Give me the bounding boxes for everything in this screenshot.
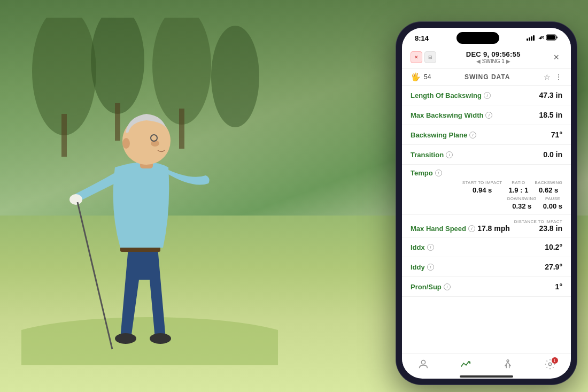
- home-indicator: [460, 375, 513, 378]
- more-options-icon[interactable]: ⋮: [555, 73, 562, 81]
- iddy-info-icon[interactable]: i: [427, 264, 434, 271]
- wifi-icon: [537, 34, 544, 42]
- metric-row-transition: Transition i 0.0 in: [402, 145, 571, 165]
- tempo-pause-value: 0.00 s: [543, 202, 562, 210]
- svg-point-1: [91, 18, 144, 114]
- nav-profile[interactable]: [417, 358, 429, 370]
- settings-badge: 1: [552, 357, 558, 364]
- svg-point-21: [507, 360, 509, 362]
- metric-row-iddx: Iddx i 10.2°: [402, 237, 571, 257]
- dist-to-impact-label: DISTANCE TO IMPACT: [514, 219, 562, 224]
- svg-point-20: [421, 360, 425, 364]
- pron-sup-label: Pron/Sup: [411, 283, 442, 291]
- swing-data-title: SWING DATA: [465, 73, 510, 81]
- handspeed-label: Max Hand Speed: [411, 225, 466, 233]
- dist-to-impact-value: 23.8 in: [514, 224, 562, 233]
- swing-arrow-left: ◀: [476, 58, 481, 64]
- metric-row-iddy: Iddy i 27.9°: [402, 257, 571, 277]
- tempo-pause-label: PAUSE: [543, 196, 562, 201]
- signal-bar-3: [531, 36, 532, 41]
- sensor-number: 54: [424, 73, 431, 81]
- pron-sup-label-group: Pron/Sup i: [411, 283, 451, 291]
- pron-sup-value: 1°: [555, 282, 562, 291]
- battery-icon: [546, 34, 558, 42]
- iddx-value: 10.2°: [545, 243, 562, 251]
- tempo-start-impact: START TO IMPACT 0.94 s: [462, 180, 502, 194]
- tempo-ratio-label: RATIO: [509, 180, 529, 185]
- svg-rect-19: [547, 35, 555, 40]
- tempo-label-row: Tempo i: [411, 169, 562, 177]
- backswing-length-info-icon[interactable]: i: [484, 92, 491, 99]
- backswing-length-label: Length Of Backswing: [411, 91, 482, 99]
- handspeed-top-row: Max Hand Speed i 17.8 mph DISTANCE TO IM…: [411, 219, 562, 233]
- swing-label-text: SWING 1: [482, 58, 505, 64]
- tempo-ratio: RATIO 1.9 : 1: [509, 180, 529, 194]
- tempo-backswing: BACKSWING 0.62 s: [535, 180, 562, 194]
- status-time: 8:14: [415, 34, 429, 42]
- handspeed-label-group: Max Hand Speed i: [411, 225, 475, 233]
- iddx-info-icon[interactable]: i: [427, 244, 434, 251]
- backswing-plane-info-icon[interactable]: i: [469, 132, 476, 139]
- iddx-label-group: Iddx i: [411, 243, 434, 251]
- svg-rect-5: [115, 103, 120, 141]
- header-left-icons: ✕ ⊟: [411, 51, 436, 63]
- left-icon-close[interactable]: ✕: [411, 51, 422, 63]
- left-icon-menu[interactable]: ⊟: [424, 51, 436, 63]
- svg-point-7: [21, 317, 278, 365]
- transition-info-icon[interactable]: i: [446, 151, 453, 158]
- status-bar: 8:14: [402, 28, 571, 46]
- status-icons: [527, 34, 558, 42]
- iddy-value: 27.9°: [545, 263, 562, 271]
- signal-bar-1: [527, 39, 528, 41]
- swing-arrow-right: ▶: [506, 58, 510, 64]
- nav-settings[interactable]: 1: [544, 358, 556, 370]
- nav-activity[interactable]: [502, 358, 514, 370]
- backswing-length-value: 47.3 in: [539, 91, 562, 99]
- signal-bars: [527, 35, 535, 41]
- svg-point-9: [150, 333, 171, 344]
- header-top-row: ✕ ⊟ DEC 9, 09:56:55 ◀ SWING 1 ▶ ×: [411, 50, 562, 64]
- phone-device: 8:14: [396, 21, 577, 385]
- nav-chart[interactable]: [460, 358, 471, 370]
- close-button[interactable]: ×: [550, 51, 562, 64]
- pron-sup-info-icon[interactable]: i: [444, 283, 451, 290]
- backswing-plane-label: Backswing Plane: [411, 131, 467, 139]
- backswing-width-value: 18.5 in: [539, 111, 562, 119]
- tempo-downswing: DOWNSWING 0.32 s: [507, 196, 537, 210]
- tempo-start-label: START TO IMPACT: [462, 180, 502, 185]
- metrics-list: Length Of Backswing i 47.3 in Max Backsw…: [402, 86, 571, 353]
- tempo-downswing-value: 0.32 s: [507, 202, 537, 210]
- transition-value: 0.0 in: [543, 150, 562, 159]
- handspeed-values: 17.8 mph DISTANCE TO IMPACT 23.8 in: [477, 219, 562, 233]
- bottom-nav: 1: [402, 353, 571, 373]
- tempo-ratio-value: 1.9 : 1: [509, 186, 529, 194]
- phone-frame: 8:14: [396, 21, 577, 385]
- metric-row-tempo: Tempo i START TO IMPACT 0.94 s RATIO 1.9…: [402, 165, 571, 215]
- signal-bar-4: [533, 35, 535, 41]
- metric-row-backswing-plane: Backswing Plane i 71°: [402, 125, 571, 145]
- transition-label-group: Transition i: [411, 151, 453, 159]
- favorite-icon[interactable]: ☆: [544, 73, 551, 81]
- metric-row-pron-sup: Pron/Sup i 1°: [402, 277, 571, 297]
- tempo-values-row: START TO IMPACT 0.94 s RATIO 1.9 : 1 BAC…: [411, 180, 562, 194]
- backswing-width-label-group: Max Backswing Width i: [411, 111, 492, 119]
- tempo-start-value: 0.94 s: [462, 186, 502, 194]
- metric-row-backswing-length: Length Of Backswing i 47.3 in: [402, 86, 571, 105]
- handspeed-info-icon[interactable]: i: [468, 225, 475, 232]
- sensor-hand-icon: 🖐: [411, 72, 421, 82]
- backswing-width-info-icon[interactable]: i: [485, 112, 492, 119]
- dynamic-island: [457, 32, 499, 44]
- svg-point-22: [548, 363, 552, 366]
- iddy-label-group: Iddy i: [411, 263, 434, 271]
- app-header: ✕ ⊟ DEC 9, 09:56:55 ◀ SWING 1 ▶ ×: [402, 46, 571, 69]
- backswing-width-label: Max Backswing Width: [411, 111, 483, 119]
- svg-point-8: [115, 333, 136, 344]
- tempo-backswing-value: 0.62 s: [535, 186, 562, 194]
- header-actions: ☆ ⋮: [544, 73, 562, 81]
- phone-screen: 8:14: [402, 28, 571, 379]
- iddx-label: Iddx: [411, 243, 425, 251]
- tempo-info-icon[interactable]: i: [435, 170, 442, 176]
- svg-point-16: [122, 138, 130, 149]
- sensor-info: 🖐 54: [411, 72, 431, 82]
- tempo-pause: PAUSE 0.00 s: [543, 196, 562, 210]
